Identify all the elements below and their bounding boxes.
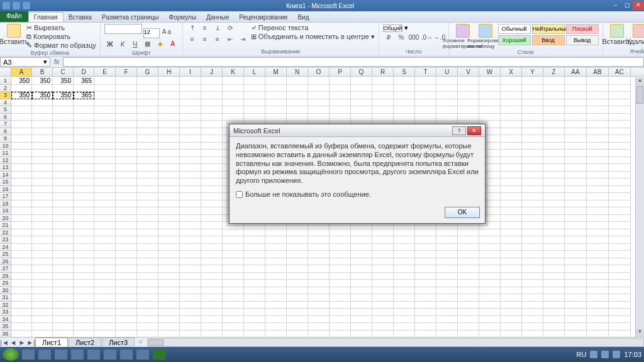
ok-button[interactable]: OK <box>445 207 480 218</box>
dialog-help-button[interactable]: ? <box>452 126 466 135</box>
dialog-backdrop: Microsoft Excel ? ✕ Диапазон, вставляемы… <box>0 0 644 362</box>
dialog-close-button[interactable]: ✕ <box>467 126 481 135</box>
dialog-message: Диапазон, вставляемый из буфера обмена, … <box>236 142 479 185</box>
dialog-title: Microsoft Excel <box>233 127 280 134</box>
dialog-body: Диапазон, вставляемый из буфера обмена, … <box>230 137 485 204</box>
dialog-checkbox[interactable]: Больше не показывать это сообщение. <box>236 190 479 199</box>
dont-show-checkbox[interactable] <box>236 191 243 198</box>
dialog: Microsoft Excel ? ✕ Диапазон, вставляемы… <box>229 124 486 224</box>
dialog-titlebar[interactable]: Microsoft Excel ? ✕ <box>230 124 485 137</box>
